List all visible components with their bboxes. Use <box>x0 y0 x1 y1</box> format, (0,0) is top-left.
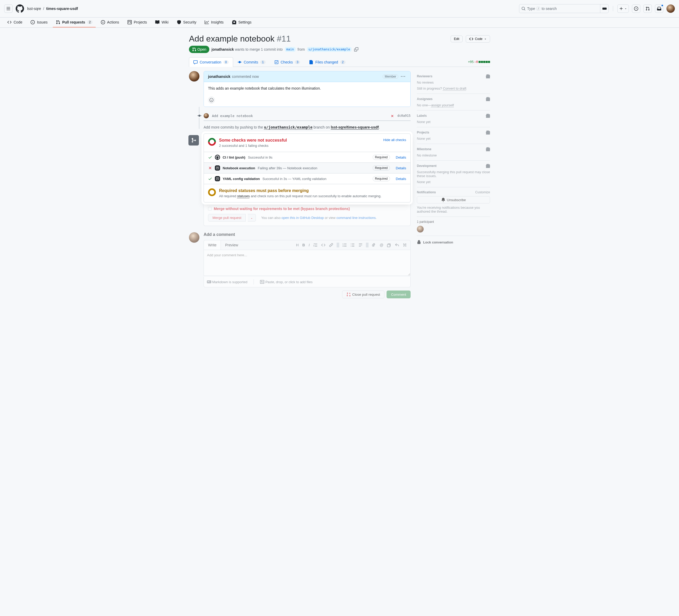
projects-header: Projects <box>417 131 429 134</box>
assign-yourself-link[interactable]: assign yourself <box>431 103 454 107</box>
push-hint: Add more commits by pushing to the u/jon… <box>203 121 411 134</box>
unordered-list-button[interactable] <box>349 242 356 248</box>
merge-options-button[interactable] <box>248 214 256 221</box>
comment-button[interactable]: Comment <box>387 290 411 298</box>
plus-icon <box>619 6 623 11</box>
development-gear[interactable] <box>486 164 490 168</box>
nav-code[interactable]: Code <box>4 18 25 27</box>
code-icon <box>469 37 473 41</box>
attach-button[interactable] <box>370 242 378 248</box>
check-details-link[interactable]: Details <box>396 177 406 181</box>
hamburger-menu[interactable] <box>4 4 12 13</box>
pull-requests-button[interactable] <box>643 4 652 13</box>
repo-link[interactable]: times-square-usdf <box>46 6 78 11</box>
bypass-checkbox-row[interactable]: Merge without waiting for requirements t… <box>208 207 406 211</box>
nav-projects[interactable]: Projects <box>124 18 150 27</box>
code-button[interactable] <box>320 242 327 248</box>
org-link[interactable]: lsst-sqre <box>27 6 41 11</box>
preview-tab[interactable]: Preview <box>221 240 242 250</box>
check-details-link[interactable]: Details <box>396 166 406 170</box>
unsubscribe-button[interactable]: Unsubscribe <box>417 196 490 204</box>
italic-button[interactable]: I <box>308 242 311 248</box>
pull-request-icon <box>646 6 650 11</box>
edit-button[interactable]: Edit <box>451 36 463 42</box>
issues-button[interactable] <box>632 4 640 13</box>
merge-pull-request-button[interactable]: Merge pull request <box>208 214 246 221</box>
fullscreen-button[interactable] <box>401 242 408 248</box>
markdown-hint[interactable]: Markdown is supported <box>207 280 247 284</box>
command-palette-button[interactable] <box>600 4 608 13</box>
copy-branch-button[interactable] <box>354 47 359 52</box>
nav-settings[interactable]: Settings <box>229 18 255 27</box>
user-avatar[interactable] <box>667 4 675 13</box>
participant-avatar[interactable] <box>417 226 424 233</box>
caret-down-icon <box>624 7 627 10</box>
customize-link[interactable]: Customize <box>475 191 490 194</box>
reviewers-gear[interactable] <box>486 74 490 78</box>
statuses-link[interactable]: statuses <box>237 194 250 198</box>
convert-to-draft-link[interactable]: Convert to draft <box>443 87 466 91</box>
comment-textarea[interactable] <box>203 250 411 276</box>
open-desktop-link[interactable]: open this in GitHub Desktop <box>282 216 324 220</box>
commit-message[interactable]: Add example notebook <box>212 114 387 118</box>
base-branch[interactable]: main <box>285 47 296 52</box>
diffstat: +95 −0 <box>468 60 490 64</box>
close-pull-request-button[interactable]: Close pull request <box>342 290 385 298</box>
heading-button[interactable]: H <box>295 242 300 248</box>
quote-button[interactable] <box>312 242 319 248</box>
search-input[interactable]: Type / to search <box>519 4 600 13</box>
gear-icon <box>486 147 490 151</box>
required-statuses-title: Required statuses must pass before mergi… <box>219 189 406 193</box>
write-tab[interactable]: Write <box>204 240 221 250</box>
ordered-list-button[interactable] <box>341 242 348 248</box>
bold-button[interactable]: B <box>301 242 306 248</box>
nav-security[interactable]: Security <box>174 18 200 27</box>
link-button[interactable] <box>328 242 334 248</box>
hide-checks-link[interactable]: Hide all checks <box>383 138 406 147</box>
checkbox-icon[interactable] <box>208 207 212 211</box>
task-list-button[interactable] <box>357 242 364 248</box>
tab-commits[interactable]: Commits1 <box>233 57 270 67</box>
nav-pull-requests[interactable]: Pull requests2 <box>53 18 96 27</box>
head-branch[interactable]: u/jonathansick/example <box>307 47 352 52</box>
tab-files[interactable]: Files changed2 <box>304 57 350 67</box>
labels-gear[interactable] <box>486 114 490 118</box>
create-new-button[interactable] <box>617 4 629 13</box>
saved-replies-button[interactable] <box>394 242 400 248</box>
check-ok-icon <box>208 155 212 159</box>
nav-insights[interactable]: Insights <box>201 18 227 27</box>
cross-reference-button[interactable] <box>386 242 393 248</box>
comment-box: jonathansick commented now Member This a… <box>203 71 411 107</box>
check-ok-icon <box>208 177 212 181</box>
assignees-gear[interactable] <box>486 97 490 101</box>
commit-author-avatar[interactable] <box>203 113 209 118</box>
projects-gear[interactable] <box>486 130 490 135</box>
nav-issues[interactable]: Issues <box>27 18 51 27</box>
comment-author[interactable]: jonathansick <box>208 74 230 79</box>
labels-header: Labels <box>417 114 427 117</box>
paste-hint[interactable]: Paste, drop, or click to add files <box>260 280 313 284</box>
notifications-button[interactable] <box>655 4 663 13</box>
mention-button[interactable]: @ <box>379 242 385 248</box>
commit-status-fail-icon[interactable] <box>390 114 394 118</box>
github-logo[interactable] <box>16 4 24 13</box>
add-reaction-button[interactable] <box>208 97 215 103</box>
add-comment-title: Add a comment <box>203 232 411 237</box>
pr-author: jonathansick <box>212 47 234 52</box>
lock-conversation-link[interactable]: Lock conversation <box>417 240 490 244</box>
nav-wiki[interactable]: Wiki <box>152 18 171 27</box>
tab-checks[interactable]: Checks3 <box>270 57 305 67</box>
svg-rect-4 <box>217 178 218 178</box>
milestone-gear[interactable] <box>486 147 490 151</box>
status-donut-fail-icon <box>206 136 218 147</box>
comment-menu-button[interactable] <box>400 73 406 80</box>
command-line-link[interactable]: command line instructions <box>336 216 376 220</box>
comment-author-avatar[interactable] <box>189 71 199 81</box>
caret-down-icon <box>250 217 253 220</box>
nav-actions[interactable]: Actions <box>98 18 122 27</box>
pr-title: Add example notebook #11 <box>189 34 447 44</box>
commit-sha[interactable]: dc0a915 <box>397 114 411 117</box>
code-button[interactable]: Code <box>466 35 490 43</box>
check-details-link[interactable]: Details <box>396 156 406 159</box>
tab-conversation[interactable]: Conversation0 <box>189 57 233 67</box>
